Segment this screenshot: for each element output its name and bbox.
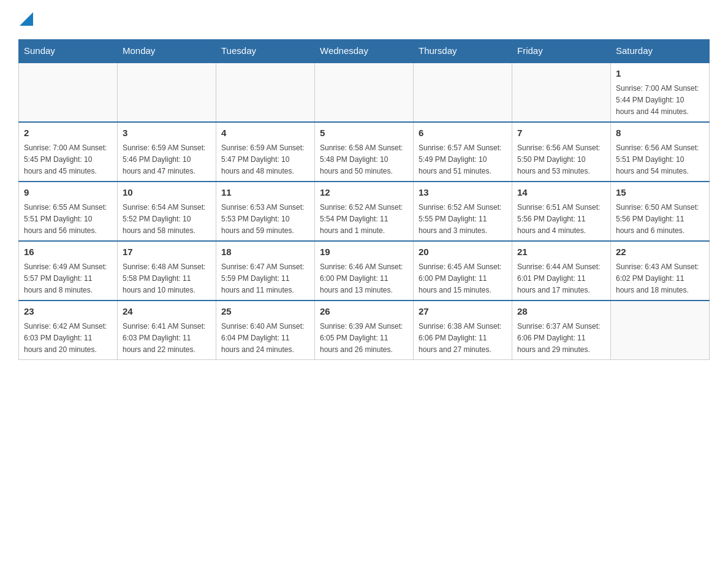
day-number: 19 — [320, 245, 408, 259]
calendar-cell: 9Sunrise: 6:55 AM Sunset: 5:51 PM Daylig… — [19, 182, 118, 241]
day-info: Sunrise: 6:43 AM Sunset: 6:02 PM Dayligh… — [616, 261, 704, 297]
calendar-table: SundayMondayTuesdayWednesdayThursdayFrid… — [18, 39, 710, 360]
calendar-cell: 15Sunrise: 6:50 AM Sunset: 5:56 PM Dayli… — [611, 182, 710, 241]
calendar-cell: 25Sunrise: 6:40 AM Sunset: 6:04 PM Dayli… — [216, 301, 315, 360]
calendar-cell — [611, 301, 710, 360]
day-info: Sunrise: 6:40 AM Sunset: 6:04 PM Dayligh… — [221, 321, 309, 356]
day-number: 1 — [616, 67, 704, 81]
day-number: 8 — [616, 126, 704, 140]
calendar-cell: 22Sunrise: 6:43 AM Sunset: 6:02 PM Dayli… — [611, 241, 710, 301]
day-info: Sunrise: 6:53 AM Sunset: 5:53 PM Dayligh… — [221, 202, 309, 237]
day-info: Sunrise: 6:59 AM Sunset: 5:46 PM Dayligh… — [123, 142, 211, 178]
day-number: 26 — [320, 305, 408, 319]
day-number: 16 — [24, 245, 112, 259]
calendar-cell: 23Sunrise: 6:42 AM Sunset: 6:03 PM Dayli… — [19, 301, 118, 360]
day-number: 25 — [221, 305, 309, 319]
calendar-cell — [19, 63, 118, 122]
day-info: Sunrise: 6:52 AM Sunset: 5:54 PM Dayligh… — [320, 202, 408, 237]
day-number: 9 — [24, 186, 112, 200]
calendar-cell: 4Sunrise: 6:59 AM Sunset: 5:47 PM Daylig… — [216, 122, 315, 182]
calendar-cell — [315, 63, 414, 122]
calendar-cell: 1Sunrise: 7:00 AM Sunset: 5:44 PM Daylig… — [611, 63, 710, 122]
calendar-cell: 5Sunrise: 6:58 AM Sunset: 5:48 PM Daylig… — [315, 122, 414, 182]
day-info: Sunrise: 6:42 AM Sunset: 6:03 PM Dayligh… — [24, 321, 112, 356]
day-number: 2 — [24, 126, 112, 140]
calendar-cell: 3Sunrise: 6:59 AM Sunset: 5:46 PM Daylig… — [118, 122, 216, 182]
day-number: 5 — [320, 126, 408, 140]
day-number: 12 — [320, 186, 408, 200]
calendar-week-row: 16Sunrise: 6:49 AM Sunset: 5:57 PM Dayli… — [19, 241, 710, 301]
day-number: 27 — [419, 305, 507, 319]
day-info: Sunrise: 6:38 AM Sunset: 6:06 PM Dayligh… — [419, 321, 507, 356]
calendar-cell: 11Sunrise: 6:53 AM Sunset: 5:53 PM Dayli… — [216, 182, 315, 241]
calendar-cell: 14Sunrise: 6:51 AM Sunset: 5:56 PM Dayli… — [512, 182, 611, 241]
calendar-cell — [414, 63, 512, 122]
day-info: Sunrise: 6:51 AM Sunset: 5:56 PM Dayligh… — [517, 202, 605, 237]
day-number: 21 — [517, 245, 605, 259]
day-number: 15 — [616, 186, 704, 200]
calendar-cell: 8Sunrise: 6:56 AM Sunset: 5:51 PM Daylig… — [611, 122, 710, 182]
day-of-week-header: Friday — [512, 39, 611, 63]
calendar-cell: 21Sunrise: 6:44 AM Sunset: 6:01 PM Dayli… — [512, 241, 611, 301]
day-info: Sunrise: 6:47 AM Sunset: 5:59 PM Dayligh… — [221, 261, 309, 297]
calendar-week-row: 2Sunrise: 7:00 AM Sunset: 5:45 PM Daylig… — [19, 122, 710, 182]
calendar-cell: 26Sunrise: 6:39 AM Sunset: 6:05 PM Dayli… — [315, 301, 414, 360]
calendar-week-row: 9Sunrise: 6:55 AM Sunset: 5:51 PM Daylig… — [19, 182, 710, 241]
day-info: Sunrise: 6:39 AM Sunset: 6:05 PM Dayligh… — [320, 321, 408, 356]
day-info: Sunrise: 6:56 AM Sunset: 5:50 PM Dayligh… — [517, 142, 605, 178]
day-info: Sunrise: 6:41 AM Sunset: 6:03 PM Dayligh… — [123, 321, 211, 356]
calendar-cell: 17Sunrise: 6:48 AM Sunset: 5:58 PM Dayli… — [118, 241, 216, 301]
logo-triangle-icon — [20, 12, 33, 26]
day-info: Sunrise: 6:56 AM Sunset: 5:51 PM Dayligh… — [616, 142, 704, 178]
page-header — [18, 12, 710, 27]
calendar-week-row: 1Sunrise: 7:00 AM Sunset: 5:44 PM Daylig… — [19, 63, 710, 122]
day-number: 11 — [221, 186, 309, 200]
calendar-week-row: 23Sunrise: 6:42 AM Sunset: 6:03 PM Dayli… — [19, 301, 710, 360]
day-info: Sunrise: 6:58 AM Sunset: 5:48 PM Dayligh… — [320, 142, 408, 178]
day-number: 24 — [123, 305, 211, 319]
calendar-cell: 7Sunrise: 6:56 AM Sunset: 5:50 PM Daylig… — [512, 122, 611, 182]
day-number: 18 — [221, 245, 309, 259]
day-info: Sunrise: 6:48 AM Sunset: 5:58 PM Dayligh… — [123, 261, 211, 297]
calendar-cell — [216, 63, 315, 122]
day-info: Sunrise: 6:59 AM Sunset: 5:47 PM Dayligh… — [221, 142, 309, 178]
day-of-week-header: Saturday — [611, 39, 710, 63]
day-info: Sunrise: 7:00 AM Sunset: 5:44 PM Dayligh… — [616, 83, 704, 118]
day-number: 23 — [24, 305, 112, 319]
day-number: 4 — [221, 126, 309, 140]
calendar-cell: 20Sunrise: 6:45 AM Sunset: 6:00 PM Dayli… — [414, 241, 512, 301]
calendar-cell: 24Sunrise: 6:41 AM Sunset: 6:03 PM Dayli… — [118, 301, 216, 360]
day-info: Sunrise: 6:44 AM Sunset: 6:01 PM Dayligh… — [517, 261, 605, 297]
calendar-cell: 10Sunrise: 6:54 AM Sunset: 5:52 PM Dayli… — [118, 182, 216, 241]
calendar-cell — [512, 63, 611, 122]
calendar-cell: 16Sunrise: 6:49 AM Sunset: 5:57 PM Dayli… — [19, 241, 118, 301]
day-of-week-header: Wednesday — [315, 39, 414, 63]
svg-marker-0 — [20, 12, 33, 26]
day-info: Sunrise: 6:45 AM Sunset: 6:00 PM Dayligh… — [419, 261, 507, 297]
day-of-week-header: Tuesday — [216, 39, 315, 63]
day-number: 20 — [419, 245, 507, 259]
day-info: Sunrise: 6:50 AM Sunset: 5:56 PM Dayligh… — [616, 202, 704, 237]
calendar-cell: 19Sunrise: 6:46 AM Sunset: 6:00 PM Dayli… — [315, 241, 414, 301]
calendar-cell: 28Sunrise: 6:37 AM Sunset: 6:06 PM Dayli… — [512, 301, 611, 360]
calendar-cell — [118, 63, 216, 122]
day-number: 3 — [123, 126, 211, 140]
day-number: 6 — [419, 126, 507, 140]
day-of-week-header: Thursday — [414, 39, 512, 63]
day-info: Sunrise: 6:46 AM Sunset: 6:00 PM Dayligh… — [320, 261, 408, 297]
day-info: Sunrise: 6:55 AM Sunset: 5:51 PM Dayligh… — [24, 202, 112, 237]
day-number: 28 — [517, 305, 605, 319]
calendar-cell: 18Sunrise: 6:47 AM Sunset: 5:59 PM Dayli… — [216, 241, 315, 301]
day-info: Sunrise: 6:57 AM Sunset: 5:49 PM Dayligh… — [419, 142, 507, 178]
day-info: Sunrise: 6:37 AM Sunset: 6:06 PM Dayligh… — [517, 321, 605, 356]
calendar-header-row: SundayMondayTuesdayWednesdayThursdayFrid… — [19, 39, 710, 63]
day-number: 7 — [517, 126, 605, 140]
day-info: Sunrise: 7:00 AM Sunset: 5:45 PM Dayligh… — [24, 142, 112, 178]
day-number: 14 — [517, 186, 605, 200]
logo — [18, 12, 33, 27]
day-number: 17 — [123, 245, 211, 259]
day-number: 13 — [419, 186, 507, 200]
day-of-week-header: Sunday — [19, 39, 118, 63]
day-info: Sunrise: 6:52 AM Sunset: 5:55 PM Dayligh… — [419, 202, 507, 237]
calendar-cell: 2Sunrise: 7:00 AM Sunset: 5:45 PM Daylig… — [19, 122, 118, 182]
